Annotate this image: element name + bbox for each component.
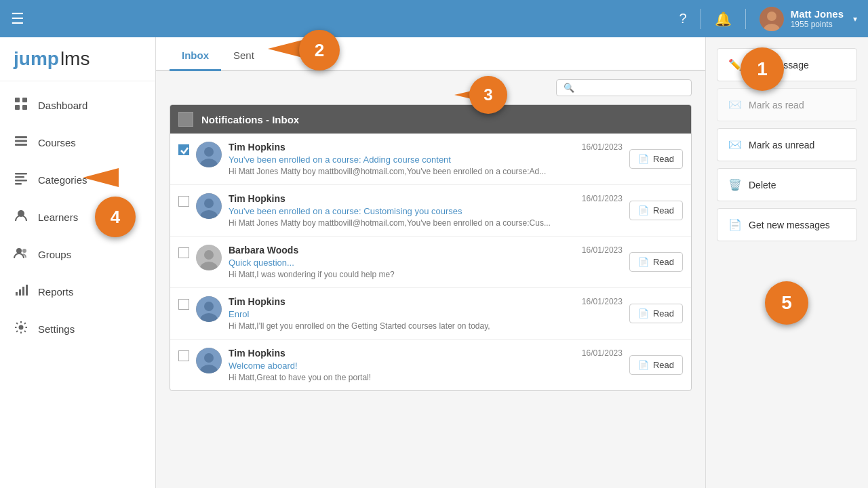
svg-rect-18 — [19, 289, 21, 296]
help-icon[interactable]: ? — [679, 11, 687, 26]
settings-icon — [14, 320, 28, 338]
get-new-messages-button[interactable]: 📄 Get new messages — [717, 208, 857, 241]
avatar-1 — [196, 142, 222, 167]
msg-subject-4[interactable]: Enrol — [229, 309, 623, 319]
svg-point-21 — [19, 325, 24, 330]
user-info[interactable]: Matt Jones 1955 points ▾ — [760, 7, 857, 31]
dashboard-icon — [14, 96, 28, 115]
user-points: 1955 points — [791, 20, 844, 29]
read-button-5[interactable]: 📄 Read — [629, 355, 683, 375]
svg-rect-3 — [15, 98, 20, 102]
svg-point-1 — [767, 12, 776, 21]
right-panel: ✏️ New message ✉️ Mark as read ✉️ Mark a… — [705, 37, 868, 488]
msg-subject-5[interactable]: Welcome aboard! — [229, 361, 623, 371]
msg-sender-3: Barbara Woods — [229, 245, 298, 256]
msg-top-row-4: Tim Hopkins 16/01/2023 — [229, 296, 623, 307]
sidebar-label-reports: Reports — [38, 286, 74, 298]
read-button-2[interactable]: 📄 Read — [629, 201, 683, 220]
avatar-2 — [196, 193, 222, 219]
hamburger-icon[interactable]: ☰ — [11, 10, 24, 28]
tab-inbox[interactable]: Inbox — [170, 41, 221, 71]
new-message-icon: ✏️ — [728, 58, 742, 71]
sidebar-item-settings[interactable]: Settings — [0, 310, 155, 348]
delete-icon: 🗑️ — [728, 178, 742, 191]
msg-date-2: 16/01/2023 — [582, 194, 623, 203]
msg-subject-1[interactable]: You've been enrolled on a course: Adding… — [229, 155, 623, 165]
tab-sent[interactable]: Sent — [221, 41, 267, 71]
mark-read-icon: ✉️ — [728, 98, 742, 111]
sidebar-label-settings: Settings — [38, 323, 75, 335]
message-checkbox-2[interactable] — [178, 196, 189, 207]
svg-point-26 — [204, 199, 214, 208]
avatar-4 — [196, 296, 222, 322]
message-content-2: Tim Hopkins 16/01/2023 You've been enrol… — [229, 193, 623, 228]
msg-sender-5: Tim Hopkins — [229, 348, 285, 359]
header-divider-2 — [745, 9, 746, 29]
read-button-3[interactable]: 📄 Read — [629, 252, 683, 272]
table-row: Tim Hopkins 16/01/2023 Enrol Hi Matt,I'l… — [170, 288, 691, 340]
logo-area: jump lms — [0, 37, 155, 81]
messages-container: Notifications - Inbox — [156, 104, 705, 488]
msg-sender-4: Tim Hopkins — [229, 296, 285, 307]
msg-date-3: 16/01/2023 — [582, 245, 623, 255]
svg-point-35 — [204, 353, 214, 363]
header-icons: ? 🔔 Matt Jones 1955 points ▾ — [679, 7, 857, 31]
sidebar-item-categories[interactable]: Categories — [0, 161, 155, 199]
message-checkbox-1[interactable] — [178, 144, 189, 155]
msg-subject-3[interactable]: Quick question... — [229, 258, 623, 268]
message-content-4: Tim Hopkins 16/01/2023 Enrol Hi Matt,I'l… — [229, 296, 623, 331]
svg-point-23 — [204, 147, 214, 157]
new-message-button[interactable]: ✏️ New message — [717, 48, 857, 81]
message-checkbox-3[interactable] — [178, 247, 189, 258]
sidebar-item-groups[interactable]: Groups — [0, 236, 155, 273]
main-layout: jump lms Dashboard Courses Ca — [0, 37, 868, 488]
svg-point-32 — [204, 302, 214, 311]
msg-top-row-3: Barbara Woods 16/01/2023 — [229, 245, 623, 256]
user-details: Matt Jones 1955 points — [791, 8, 844, 29]
sidebar-label-categories: Categories — [38, 174, 87, 186]
delete-button[interactable]: 🗑️ Delete — [717, 168, 857, 201]
courses-icon — [14, 134, 28, 152]
msg-preview-1: Hi Matt Jones Matty boy mattbovill@hotma… — [229, 167, 554, 176]
svg-rect-13 — [15, 183, 22, 185]
search-box: 🔍 — [556, 79, 692, 96]
svg-rect-6 — [22, 105, 27, 110]
sidebar-item-courses[interactable]: Courses — [0, 124, 155, 161]
svg-rect-10 — [15, 173, 27, 175]
msg-preview-3: Hi Matt,I was wondering if you could hel… — [229, 270, 554, 279]
message-checkbox-5[interactable] — [178, 350, 189, 361]
select-all-checkbox[interactable] — [178, 112, 193, 127]
msg-date-1: 16/01/2023 — [582, 142, 623, 152]
message-content-5: Tim Hopkins 16/01/2023 Welcome aboard! H… — [229, 348, 623, 382]
msg-subject-2[interactable]: You've been enrolled on a course: Custom… — [229, 206, 623, 216]
svg-point-16 — [22, 249, 26, 253]
msg-date-4: 16/01/2023 — [582, 297, 623, 306]
svg-rect-9 — [15, 144, 27, 146]
logo-lms: lms — [60, 48, 90, 70]
svg-point-29 — [204, 250, 214, 260]
msg-sender-2: Tim Hopkins — [229, 193, 285, 204]
search-area: 🔍 — [156, 71, 705, 104]
avatar — [760, 7, 784, 31]
msg-sender-1: Tim Hopkins — [229, 142, 285, 152]
learners-icon — [14, 208, 28, 226]
tabs-area: Inbox Sent — [156, 37, 705, 71]
svg-rect-17 — [16, 292, 18, 296]
read-button-4[interactable]: 📄 Read — [629, 304, 683, 323]
avatar-5 — [196, 348, 222, 373]
mark-as-read-button[interactable]: ✉️ Mark as read — [717, 88, 857, 121]
content-area: Inbox Sent 🔍 Notifications - Inbox — [156, 37, 705, 488]
mark-as-unread-button[interactable]: ✉️ Mark as unread — [717, 128, 857, 161]
message-checkbox-4[interactable] — [178, 299, 189, 310]
sidebar-item-learners[interactable]: Learners — [0, 199, 155, 236]
read-button-1[interactable]: 📄 Read — [629, 149, 683, 169]
sidebar-item-reports[interactable]: Reports — [0, 273, 155, 310]
sidebar-item-dashboard[interactable]: Dashboard — [0, 87, 155, 124]
svg-rect-4 — [22, 98, 27, 102]
header-divider — [701, 9, 701, 29]
search-input[interactable] — [578, 83, 684, 93]
msg-top-row-5: Tim Hopkins 16/01/2023 — [229, 348, 623, 359]
sidebar-label-courses: Courses — [38, 137, 76, 148]
bell-icon[interactable]: 🔔 — [715, 11, 732, 27]
read-icon-3: 📄 — [638, 257, 649, 267]
